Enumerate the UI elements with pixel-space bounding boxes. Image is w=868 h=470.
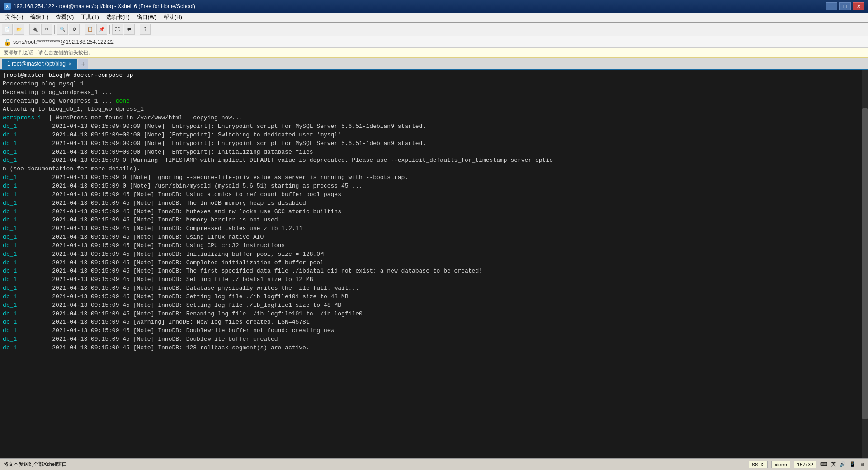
toolbar-transfer[interactable]: ⇄ bbox=[124, 24, 135, 35]
hint-text: 要添加到会话，请点击左侧的箭头按钮。 bbox=[4, 49, 93, 56]
tab-bar: 1 root@master:/opt/blog ✕ + bbox=[0, 58, 868, 70]
close-button[interactable]: ✕ bbox=[853, 2, 864, 10]
toolbar-sep-1 bbox=[27, 25, 27, 34]
terminal-type: xterm bbox=[771, 461, 790, 468]
keyboard-icon: ⌨ bbox=[820, 461, 827, 467]
toolbar-fullscreen[interactable]: ⛶ bbox=[112, 24, 123, 35]
ssh-connection-text: ssh://root:***********@192.168.254.122:2… bbox=[13, 39, 114, 45]
toolbar: 📄 📂 🔌 ✂ 🔍 ⚙ 📋 📌 ⛶ ⇄ ? bbox=[0, 23, 868, 36]
send-to-all-label: 将文本发送到全部Xshell窗口 bbox=[4, 461, 67, 468]
terminal-output[interactable]: [root@master blog]# docker-compose up Re… bbox=[0, 70, 868, 458]
title-bar: X 192.168.254.122 - root@master:/opt/blo… bbox=[0, 0, 868, 13]
toolbar-disconnect[interactable]: ✂ bbox=[41, 24, 52, 35]
menu-tools[interactable]: 工具(T) bbox=[77, 13, 102, 22]
new-tab-button[interactable]: + bbox=[78, 59, 88, 69]
menu-file[interactable]: 文件(F) bbox=[2, 13, 27, 22]
app-icon: X bbox=[4, 3, 11, 10]
menu-view[interactable]: 查看(V) bbox=[52, 13, 77, 22]
protocol-indicator: SSH2 bbox=[749, 461, 768, 468]
menu-help[interactable]: 帮助(H) bbox=[160, 13, 186, 22]
menu-window[interactable]: 窗口(W) bbox=[133, 13, 160, 22]
toolbar-sep-2 bbox=[54, 25, 55, 34]
scrollbar-thumb[interactable] bbox=[862, 108, 868, 419]
monitor-icon: 🖥 bbox=[859, 462, 864, 467]
menu-bar: 文件(F) 编辑(E) 查看(V) 工具(T) 选项卡(B) 窗口(W) 帮助(… bbox=[0, 13, 868, 23]
toolbar-sep-5 bbox=[137, 25, 137, 34]
session-tab[interactable]: 1 root@master:/opt/blog ✕ bbox=[2, 59, 77, 69]
main-area: [root@master blog]# docker-compose up Re… bbox=[0, 70, 868, 470]
audio-icon: 🔊 bbox=[840, 461, 846, 467]
toolbar-help[interactable]: ? bbox=[140, 24, 151, 35]
toolbar-sep-4 bbox=[109, 25, 110, 34]
maximize-button[interactable]: □ bbox=[839, 2, 851, 10]
toolbar-settings[interactable]: ⚙ bbox=[69, 24, 80, 35]
toolbar-open[interactable]: 📂 bbox=[14, 24, 24, 35]
hint-bar: 要添加到会话，请点击左侧的箭头按钮。 bbox=[0, 48, 868, 58]
phone-icon: 📱 bbox=[849, 461, 856, 467]
tab-close-button[interactable]: ✕ bbox=[68, 61, 72, 66]
status-left: 将文本发送到全部Xshell窗口 bbox=[4, 461, 67, 468]
window-controls[interactable]: — □ ✕ bbox=[826, 2, 864, 10]
tab-label: 1 root@master:/opt/blog bbox=[7, 61, 66, 67]
menu-tabs[interactable]: 选项卡(B) bbox=[103, 13, 133, 22]
toolbar-paste[interactable]: 📌 bbox=[96, 24, 107, 35]
lang-indicator: 英 bbox=[831, 461, 836, 468]
toolbar-search[interactable]: 🔍 bbox=[57, 24, 68, 35]
status-bar: 将文本发送到全部Xshell窗口 SSH2 xterm 157x32 ⌨ 英 🔊… bbox=[0, 458, 868, 470]
window-title: 192.168.254.122 - root@master:/opt/blog … bbox=[14, 3, 195, 9]
status-right: SSH2 xterm 157x32 ⌨ 英 🔊 📱 🖥 bbox=[749, 461, 864, 468]
toolbar-sep-3 bbox=[82, 25, 82, 34]
terminal-size: 157x32 bbox=[794, 461, 816, 468]
minimize-button[interactable]: — bbox=[826, 2, 837, 10]
scrollbar[interactable] bbox=[862, 70, 868, 458]
menu-edit[interactable]: 编辑(E) bbox=[27, 13, 52, 22]
ssh-lock-icon: 🔒 bbox=[4, 38, 11, 46]
ssh-bar: 🔒 ssh://root:***********@192.168.254.122… bbox=[0, 36, 868, 48]
terminal-container[interactable]: [root@master blog]# docker-compose up Re… bbox=[0, 70, 868, 458]
title-bar-left: X 192.168.254.122 - root@master:/opt/blo… bbox=[4, 3, 195, 10]
toolbar-copy[interactable]: 📋 bbox=[85, 24, 95, 35]
toolbar-new[interactable]: 📄 bbox=[2, 24, 13, 35]
toolbar-connect[interactable]: 🔌 bbox=[29, 24, 40, 35]
